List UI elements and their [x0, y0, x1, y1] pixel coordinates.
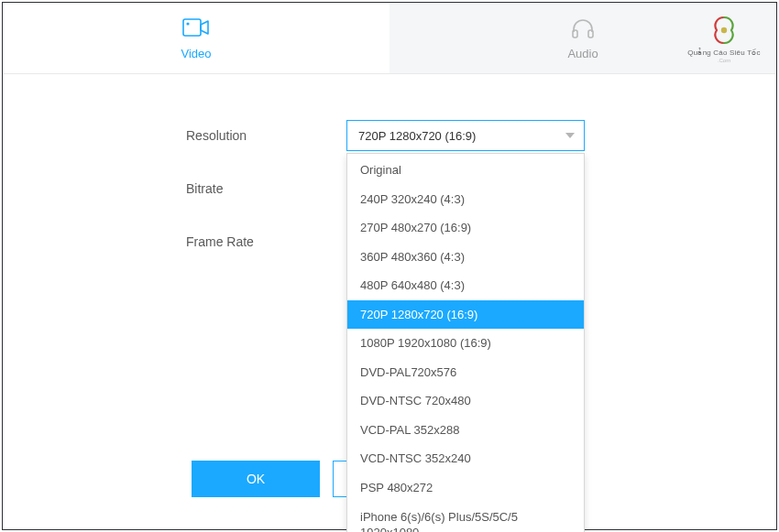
headphones-icon: [571, 16, 595, 41]
resolution-option[interactable]: 270P 480x270 (16:9): [347, 213, 584, 243]
logo-text: Quảng Cáo Siêu Tốc: [687, 49, 760, 57]
resolution-option[interactable]: VCD-PAL 352x288: [347, 416, 584, 445]
resolution-option[interactable]: 720P 1280x720 (16:9): [347, 300, 584, 330]
resolution-option[interactable]: DVD-PAL720x576: [347, 358, 584, 387]
resolution-option[interactable]: iPhone 6(s)/6(s) Plus/5S/5C/5 1920x1080: [347, 503, 584, 532]
svg-rect-0: [183, 19, 201, 36]
resolution-label: Resolution: [186, 128, 346, 143]
resolution-option[interactable]: Original: [347, 156, 584, 185]
resolution-option[interactable]: 480P 640x480 (4:3): [347, 271, 584, 300]
frame-rate-label: Frame Rate: [186, 234, 346, 249]
resolution-option[interactable]: 240P 320x240 (4:3): [347, 185, 584, 214]
resolution-option[interactable]: DVD-NTSC 720x480: [347, 386, 584, 416]
video-camera-icon: [182, 16, 210, 41]
dialog-buttons: OK: [192, 461, 351, 497]
logo-subtext: .Com: [718, 58, 730, 63]
resolution-selected-value: 720P 1280x720 (16:9): [358, 129, 476, 143]
settings-panel: Resolution 720P 1280x720 (16:9) Bitrate …: [3, 74, 776, 257]
resolution-dropdown: Original240P 320x240 (4:3)270P 480x270 (…: [346, 153, 585, 532]
svg-rect-2: [573, 30, 577, 38]
tab-video[interactable]: Video: [3, 3, 390, 73]
brand-logo: Quảng Cáo Siêu Tốc .Com: [685, 14, 763, 63]
resolution-option[interactable]: PSP 480x272: [347, 473, 584, 503]
svg-point-4: [721, 27, 727, 33]
svg-point-1: [186, 22, 189, 25]
resolution-select[interactable]: 720P 1280x720 (16:9): [346, 120, 585, 151]
ok-button[interactable]: OK: [192, 461, 320, 497]
resolution-option[interactable]: VCD-NTSC 352x240: [347, 444, 584, 473]
bitrate-label: Bitrate: [186, 181, 346, 196]
tabbar: Video Audio: [3, 3, 776, 74]
resolution-option[interactable]: 360P 480x360 (4:3): [347, 243, 584, 272]
tab-audio-label: Audio: [567, 47, 598, 60]
tab-video-label: Video: [181, 47, 211, 60]
resolution-option[interactable]: 1080P 1920x1080 (16:9): [347, 329, 584, 358]
chevron-down-icon: [565, 133, 575, 138]
svg-rect-3: [588, 30, 593, 38]
